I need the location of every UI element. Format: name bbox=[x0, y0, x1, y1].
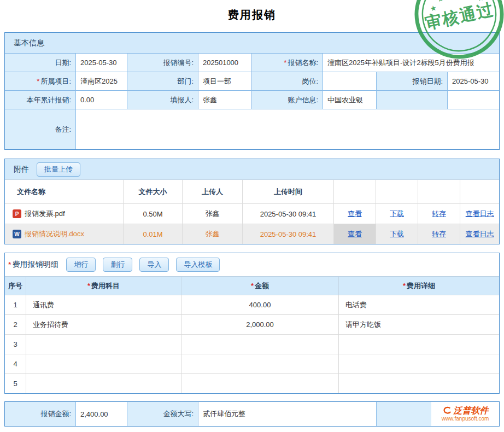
add-row-button[interactable]: 增行 bbox=[66, 258, 96, 272]
batch-upload-button[interactable]: 批量上传 bbox=[37, 162, 80, 177]
amount-cell[interactable] bbox=[181, 354, 338, 373]
attachments-title: 附件 bbox=[14, 165, 29, 174]
file-size: 0.01M bbox=[123, 224, 182, 244]
col-amount: *金额 bbox=[181, 277, 338, 295]
subject-cell[interactable] bbox=[26, 374, 181, 393]
amount-cell[interactable] bbox=[181, 335, 338, 354]
amount-cell[interactable]: 400.00 bbox=[181, 295, 338, 314]
vendor-logo-block: 泛普软件 www.fanpusoft.com bbox=[442, 406, 489, 422]
account-label: 账户信息: bbox=[251, 91, 323, 109]
ytd-label-text: 本年累计报销: bbox=[26, 95, 71, 105]
total-amount-value: 2,400.00 bbox=[75, 402, 127, 426]
details-title: * 费用报销明细 bbox=[8, 260, 58, 270]
download-link[interactable]: 下载 bbox=[390, 209, 404, 219]
action-cell: 转存 bbox=[418, 224, 460, 244]
dept-label-text: 部门: bbox=[177, 77, 194, 86]
view-log-link[interactable]: 查看日志 bbox=[466, 209, 494, 219]
post-label: 岗位: bbox=[251, 72, 323, 90]
vendor-url: www.fanpusoft.com bbox=[442, 416, 489, 422]
account-label-text: 账户信息: bbox=[288, 95, 318, 105]
uploader: 张鑫 bbox=[182, 204, 242, 224]
delete-row-button[interactable]: 删行 bbox=[103, 258, 132, 272]
save-as-link[interactable]: 转存 bbox=[432, 229, 446, 239]
file-name-cell: P 报销发票.pdf bbox=[5, 204, 123, 224]
amount-words-label: 金额大写: bbox=[127, 402, 198, 426]
total-amount-label-text: 报销金额: bbox=[40, 409, 71, 419]
detail-row: 4 bbox=[5, 354, 499, 373]
ytd-label: 本年累计报销: bbox=[5, 91, 75, 109]
view-link[interactable]: 查看 bbox=[348, 209, 362, 219]
filler-value: 张鑫 bbox=[198, 91, 251, 109]
total-amount-label: 报销金额: bbox=[5, 402, 75, 426]
subject-cell[interactable] bbox=[26, 335, 181, 354]
uploader: 张鑫 bbox=[182, 224, 242, 244]
upload-time: 2025-05-30 09:41 bbox=[242, 204, 333, 224]
subject-cell[interactable] bbox=[26, 354, 181, 373]
required-mark: * bbox=[37, 77, 39, 85]
project-value: 潼南区2025 bbox=[75, 72, 127, 90]
post-value bbox=[323, 72, 376, 90]
date-label: 日期: bbox=[5, 54, 75, 72]
remark-value bbox=[75, 109, 499, 149]
required-mark: * bbox=[8, 260, 11, 269]
save-as-link[interactable]: 转存 bbox=[432, 209, 446, 219]
action-cell: 下载 bbox=[376, 224, 418, 244]
view-link[interactable]: 查看 bbox=[348, 229, 362, 239]
detail-cell[interactable]: 电话费 bbox=[338, 295, 499, 314]
reimb-no-value: 202501000 bbox=[198, 54, 251, 72]
detail-cell[interactable]: 请甲方吃饭 bbox=[338, 315, 499, 334]
col-uploader: 上传人 bbox=[182, 180, 242, 203]
col-detail-text: 费用详细 bbox=[407, 281, 435, 291]
col-action-view bbox=[333, 180, 376, 203]
detail-cell[interactable] bbox=[338, 374, 499, 393]
amount-cell[interactable]: 2,000.00 bbox=[181, 315, 338, 334]
file-name: 报销发票.pdf bbox=[25, 209, 65, 219]
action-cell: 查看日志 bbox=[460, 204, 499, 224]
col-detail: *费用详细 bbox=[338, 277, 499, 295]
download-link[interactable]: 下载 bbox=[390, 229, 404, 239]
reimb-date-label-text: 报销日期: bbox=[412, 77, 443, 86]
required-mark: * bbox=[284, 59, 286, 67]
row-no: 3 bbox=[5, 335, 26, 354]
basic-info-section: 基本信息 日期: 2025-05-30 报销编号: 202501000 *报销名… bbox=[4, 32, 500, 150]
attachments-table-header: 文件名称 文件大小 上传人 上传时间 bbox=[5, 179, 499, 203]
reimb-no-label-text: 报销编号: bbox=[163, 58, 194, 68]
filler-label-text: 填报人: bbox=[170, 95, 194, 105]
dept-value: 项目一部 bbox=[198, 72, 251, 90]
detail-cell[interactable] bbox=[338, 354, 499, 373]
empty-value-cell bbox=[447, 91, 499, 109]
amount-cell[interactable] bbox=[181, 374, 338, 393]
basic-info-row-remark: 备注: bbox=[5, 109, 499, 149]
row-no: 1 bbox=[5, 295, 26, 314]
reimb-name-value: 潼南区2025年补贴项目-设计2标段5月份费用报 bbox=[323, 54, 499, 72]
action-cell: 查看日志 bbox=[460, 224, 499, 244]
dept-label: 部门: bbox=[127, 72, 198, 90]
view-log-link[interactable]: 查看日志 bbox=[466, 229, 494, 239]
col-row-no: 序号 bbox=[5, 277, 26, 295]
reimb-name-label: *报销名称: bbox=[251, 54, 323, 72]
file-size: 0.50M bbox=[123, 204, 182, 224]
attachment-row[interactable]: W 报销情况说明.docx 0.01M 张鑫 2025-05-30 09:41 … bbox=[5, 224, 499, 244]
basic-info-row-1: 日期: 2025-05-30 报销编号: 202501000 *报销名称: 潼南… bbox=[5, 53, 499, 72]
import-button[interactable]: 导入 bbox=[139, 258, 169, 272]
detail-cell[interactable] bbox=[338, 335, 499, 354]
subject-cell[interactable]: 通讯费 bbox=[26, 295, 181, 314]
remark-label-text: 备注: bbox=[55, 125, 71, 135]
col-action-save bbox=[418, 180, 460, 203]
subject-cell[interactable]: 业务招待费 bbox=[26, 315, 181, 334]
col-upload-time: 上传时间 bbox=[242, 180, 333, 203]
amount-words-label-text: 金额大写: bbox=[163, 409, 194, 419]
col-amount-text: 金额 bbox=[255, 281, 269, 291]
filler-label: 填报人: bbox=[127, 91, 198, 109]
row-no: 2 bbox=[5, 315, 26, 334]
detail-row: 2 业务招待费 2,000.00 请甲方吃饭 bbox=[5, 314, 499, 334]
pdf-file-icon: P bbox=[13, 209, 21, 218]
reimb-date-label: 报销日期: bbox=[376, 72, 447, 90]
vendor-name: 泛普软件 bbox=[454, 406, 489, 416]
date-value: 2025-05-30 bbox=[75, 54, 127, 72]
remark-label: 备注: bbox=[5, 109, 75, 149]
attachment-row[interactable]: P 报销发票.pdf 0.50M 张鑫 2025-05-30 09:41 查看 … bbox=[5, 203, 499, 224]
details-table-header: 序号 *费用科目 *金额 *费用详细 bbox=[5, 276, 499, 295]
file-name-cell: W 报销情况说明.docx bbox=[5, 224, 123, 244]
import-template-button[interactable]: 导入模板 bbox=[176, 258, 220, 272]
